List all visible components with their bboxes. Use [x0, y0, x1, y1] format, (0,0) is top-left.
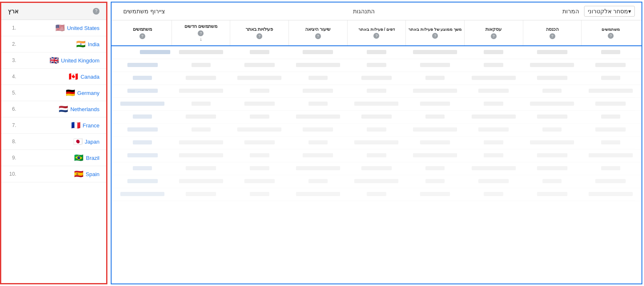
- cell: [464, 139, 523, 147]
- country-rank: 10.: [8, 171, 16, 177]
- cell: [347, 62, 406, 69]
- cell: [347, 165, 406, 172]
- cell: [289, 49, 348, 56]
- cell: [406, 75, 465, 82]
- table-row[interactable]: [112, 149, 642, 162]
- help-icon-bounce[interactable]: ?: [315, 33, 321, 39]
- country-name[interactable]: Canada: [80, 74, 99, 80]
- cell: [172, 178, 231, 185]
- table-row[interactable]: [112, 98, 642, 111]
- cell: [523, 191, 582, 198]
- country-name[interactable]: United Kingdom: [61, 57, 100, 64]
- cell: [172, 100, 231, 108]
- cell: [172, 152, 231, 159]
- cell: [289, 178, 348, 185]
- country-name[interactable]: Brazil: [86, 155, 99, 161]
- help-icon-users[interactable]: ?: [139, 33, 145, 39]
- country-item[interactable]: 1. 🇺🇸 United States: [1, 20, 106, 36]
- cell: [464, 75, 523, 82]
- table-row[interactable]: [112, 72, 642, 85]
- table-row[interactable]: [112, 137, 642, 149]
- country-left: 🇫🇷 France: [71, 121, 99, 130]
- cell: [172, 139, 231, 147]
- country-item[interactable]: 3. 🇬🇧 United Kingdom: [1, 52, 106, 69]
- country-left: 🇨🇦 Canada: [69, 72, 99, 81]
- country-name[interactable]: Germany: [77, 90, 99, 96]
- country-item[interactable]: 2. 🇮🇳 India: [1, 36, 106, 52]
- country-item[interactable]: 7. 🇫🇷 France: [1, 117, 106, 134]
- help-icon-new-users[interactable]: ?: [198, 30, 204, 36]
- nav-hamarot[interactable]: המרות: [557, 6, 584, 16]
- cell: [347, 87, 406, 95]
- country-name[interactable]: Spain: [86, 171, 99, 177]
- table-row[interactable]: [112, 111, 642, 124]
- help-icon-sessions[interactable]: ?: [256, 33, 262, 39]
- country-item[interactable]: 4. 🇨🇦 Canada: [1, 69, 106, 85]
- table-row[interactable]: [112, 59, 642, 72]
- table-row[interactable]: [112, 46, 642, 59]
- nav-hitnahagut[interactable]: התנהגות: [348, 6, 380, 16]
- country-rank: 6.: [8, 106, 16, 112]
- cell: [347, 152, 406, 159]
- dropdown-label: מסחר אלקטרוני: [588, 8, 628, 15]
- country-name[interactable]: Netherlands: [70, 106, 99, 112]
- help-icon-transactions[interactable]: ?: [491, 33, 497, 39]
- help-icon-pages[interactable]: ?: [373, 33, 379, 39]
- help-icon-revenue[interactable]: ?: [550, 33, 555, 39]
- help-icon-country[interactable]: ?: [93, 8, 99, 15]
- country-item[interactable]: 8. 🇯🇵 Japan: [1, 134, 106, 150]
- cell: [347, 178, 406, 185]
- right-panel-title: ארץ: [8, 8, 18, 15]
- country-name[interactable]: India: [88, 41, 99, 47]
- cell: [172, 126, 231, 134]
- cell: [581, 191, 640, 198]
- right-panel: ? ארץ 1. 🇺🇸 United States 2. 🇮🇳 India 3.…: [0, 2, 107, 284]
- cell: [113, 62, 172, 69]
- help-icon-avg-session[interactable]: ?: [432, 33, 438, 39]
- table-row[interactable]: [112, 162, 642, 175]
- cell: [172, 165, 231, 172]
- col-label-avg-session: משך ממוצע של פעילות באתר: [408, 27, 462, 32]
- country-rank: 2.: [8, 41, 16, 47]
- cell: [230, 152, 289, 159]
- cell: [464, 191, 523, 198]
- right-panel-header: ? ארץ: [1, 3, 106, 20]
- help-icon-ecommerce[interactable]: ?: [608, 33, 614, 39]
- cell: [113, 100, 172, 108]
- cell: [113, 165, 172, 172]
- country-item[interactable]: 9. 🇧🇷 Brazil: [1, 150, 106, 166]
- country-flag-icon: 🇩🇪: [66, 88, 75, 97]
- table-row[interactable]: [112, 124, 642, 137]
- col-label-ecommerce: משתמשים: [602, 27, 620, 32]
- cell: [523, 113, 582, 121]
- cell: [464, 62, 523, 69]
- col-label-users: משתמשים: [133, 27, 152, 32]
- cell: [347, 75, 406, 82]
- cell: [406, 165, 465, 172]
- country-flag-icon: 🇧🇷: [74, 153, 83, 162]
- col-label-transactions: עסקאות: [485, 27, 502, 32]
- table-row[interactable]: [112, 188, 642, 201]
- country-name[interactable]: France: [83, 122, 99, 129]
- country-item[interactable]: 6. 🇳🇱 Netherlands: [1, 101, 106, 117]
- cell: [230, 49, 289, 56]
- table-row[interactable]: [112, 85, 642, 98]
- country-left: 🇯🇵 Japan: [73, 137, 99, 146]
- country-name[interactable]: Japan: [85, 139, 99, 145]
- cell: [113, 139, 172, 147]
- country-left: 🇮🇳 India: [76, 40, 99, 49]
- cell: [523, 165, 582, 172]
- cell: [289, 75, 348, 82]
- country-list: 1. 🇺🇸 United States 2. 🇮🇳 India 3. 🇬🇧 Un…: [1, 20, 106, 283]
- cell: [172, 62, 231, 69]
- ecommerce-dropdown[interactable]: ▾ מסחר אלקטרוני: [584, 6, 635, 17]
- col-avg-session: משך ממוצע של פעילות באתר ?: [405, 20, 464, 45]
- cell: [172, 49, 231, 56]
- country-name[interactable]: United States: [67, 25, 99, 31]
- table-row[interactable]: [112, 175, 642, 188]
- cell: [406, 152, 465, 159]
- cell: [230, 191, 289, 198]
- country-item[interactable]: 10. 🇪🇸 Spain: [1, 166, 106, 182]
- country-item[interactable]: 5. 🇩🇪 Germany: [1, 85, 106, 101]
- nav-tzeiruf[interactable]: ציירוף משתמשים: [118, 6, 170, 16]
